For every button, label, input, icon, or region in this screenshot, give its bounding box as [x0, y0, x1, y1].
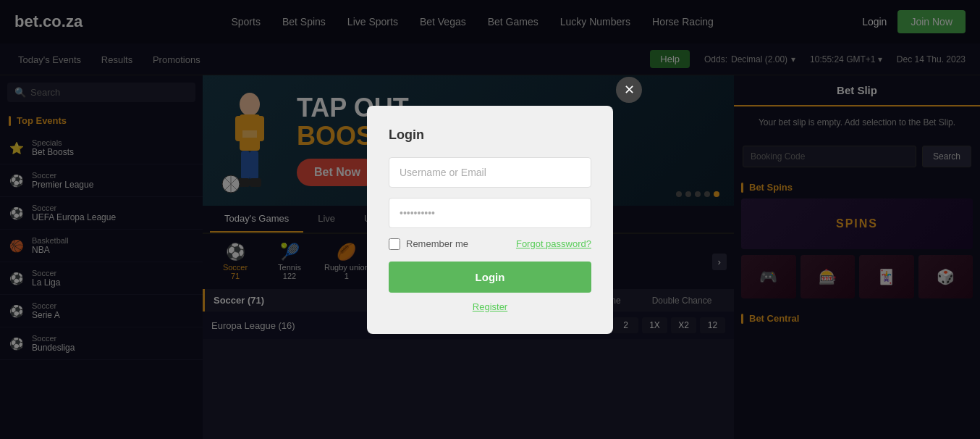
modal-close-button[interactable]: ✕	[616, 77, 642, 103]
remember-label: Remember me	[406, 238, 468, 249]
password-input[interactable]	[389, 198, 591, 228]
username-input[interactable]	[389, 157, 591, 188]
modal-title: Login	[389, 127, 591, 143]
forgot-password-link[interactable]: Forgot password?	[516, 238, 591, 249]
modal-login-button[interactable]: Login	[389, 262, 591, 293]
modal-overlay[interactable]: ✕ Login Remember me Forgot password? Log…	[0, 0, 980, 439]
login-modal: ✕ Login Remember me Forgot password? Log…	[367, 106, 613, 334]
remember-row: Remember me	[389, 238, 468, 250]
remember-checkbox[interactable]	[389, 238, 400, 250]
remember-forgot-row: Remember me Forgot password?	[389, 238, 591, 250]
register-link[interactable]: Register	[389, 301, 591, 312]
